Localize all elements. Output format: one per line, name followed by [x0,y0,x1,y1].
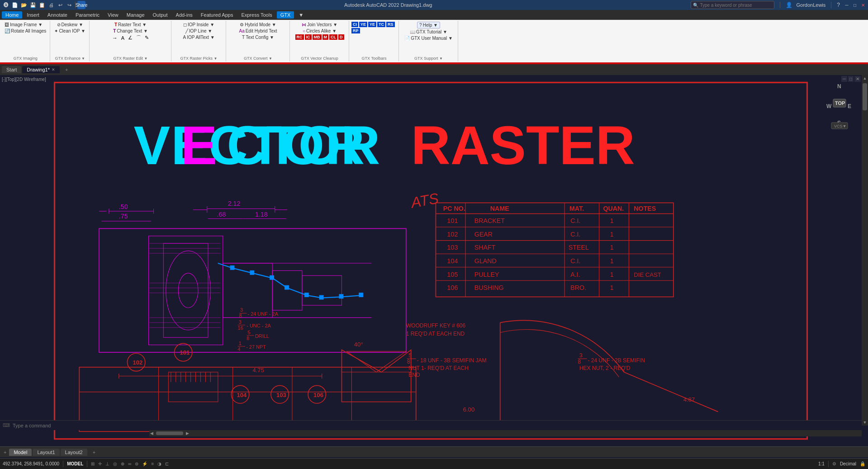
save-button[interactable]: 💾 [29,1,37,9]
raster-text-button[interactable]: T Raster Text ▼ [113,22,148,28]
transparency-toggle[interactable]: ◑ [157,461,161,466]
layout-new[interactable]: + [2,449,8,456]
tab-new[interactable]: + [61,66,72,73]
svg-text:3: 3 [579,352,583,359]
menu-view[interactable]: View [104,11,122,19]
menu-addins[interactable]: Add-ins [172,11,196,19]
hybrid-mode-button[interactable]: ⚙ Hybrid Mode ▼ [238,22,278,28]
new-button[interactable]: 📄 [11,1,19,9]
menu-gtx[interactable]: GTX [277,11,294,19]
ye-btn1[interactable]: YE [359,22,367,27]
join-vectors-button[interactable]: ⋈ Join Vectors ▼ [300,22,339,28]
workspace-settings[interactable]: ⚙ [832,461,836,466]
eraser-icon[interactable]: ✎ [145,35,149,41]
svg-text:NOTES: NOTES [634,205,656,212]
viewport-close[interactable]: ✕ [854,76,861,82]
layout-tab-layout2[interactable]: Layout2 [61,449,87,456]
vscroll-down[interactable]: ▼ [862,419,868,426]
iop-alltext-button[interactable]: A IOP AllText ▼ [181,34,216,40]
gtx-tutorial-button[interactable]: 📖 GTX Tutorial ▼ [408,29,449,35]
deskew-button[interactable]: ⊘ Deskew ▼ [55,22,85,28]
gtx-user-manual-button[interactable]: 📄 GTX User Manual ▼ [403,35,455,41]
viewport-maximize[interactable]: □ [848,76,854,82]
redo-button[interactable]: ↪ [65,1,73,9]
hscroll-thumb[interactable] [156,431,183,435]
m-btn[interactable]: M [323,34,329,40]
status-lock-icon[interactable]: 🔒 [860,461,865,466]
cl-btn[interactable]: CL [329,34,337,40]
menu-featured-apps[interactable]: Featured Apps [197,11,237,19]
iop-inside-button[interactable]: ◻ IOP Inside ▼ [181,22,216,28]
rp-btn[interactable]: RP [351,28,360,33]
maximize-button[interactable]: □ [852,2,858,8]
gtx-support-title: GTX Support ▼ [414,55,443,61]
svg-text:DIE CAST: DIE CAST [634,271,661,278]
viewport-minimize[interactable]: ─ [841,76,847,82]
menu-parametric[interactable]: Parametric [72,11,103,19]
ortho-toggle[interactable]: ⊥ [105,461,109,466]
tab-start[interactable]: Start [2,66,21,73]
polar-toggle[interactable]: ◎ [113,461,117,466]
tc-btn[interactable]: TC [377,22,385,27]
share-button[interactable]: Share [77,1,85,9]
save-as-button[interactable]: 📋 [38,1,46,9]
hscroll-right[interactable]: ▶ [185,431,190,436]
menu-dropdown[interactable]: ▼ [295,11,307,19]
otrack-toggle[interactable]: ∞ [128,461,131,466]
minimize-button[interactable]: ─ [844,2,850,8]
menu-express-tools[interactable]: Express Tools [237,11,275,19]
selection-cycling[interactable]: ⊏ [165,461,169,466]
annotation-scale[interactable]: 1:1 [818,461,825,466]
snap-toggle[interactable]: ✛ [98,461,102,466]
menu-annotate[interactable]: Annotate [44,11,71,19]
menu-insert[interactable]: Insert [23,11,43,19]
app-menu-button[interactable]: 🅐 [2,1,10,9]
svg-text:MAT.: MAT. [569,205,584,212]
image-frame-button[interactable]: 🖼 Image Frame ▼ [3,22,44,28]
menu-manage[interactable]: Manage [123,11,148,19]
arrow-btn[interactable]: → [112,35,118,41]
undo-button[interactable]: ↩ [56,1,64,9]
tab-close-icon[interactable]: ✕ [52,67,55,72]
rotate-all-images-button[interactable]: 🔄 Rotate All Images [3,28,48,34]
ye-btn2[interactable]: YE [368,22,376,27]
help-button[interactable]: ? Help ▼ [417,22,440,28]
grid-toggle[interactable]: ⊞ [91,461,95,466]
gtx-imaging-content: 🖼 Image Frame ▼ 🔄 Rotate All Images [3,22,48,55]
ducs-toggle[interactable]: ⊚ [135,461,138,466]
layout-tab-model[interactable]: Model [9,449,32,456]
layout-tab-new[interactable]: + [88,449,100,456]
circles-alike-button[interactable]: ○ Circles Alike ▼ [301,28,338,34]
menu-output[interactable]: Output [149,11,171,19]
vertical-scrollbar[interactable]: ▲ ▼ [862,75,868,426]
print-button[interactable]: 🖨 [47,1,55,9]
rs-btn[interactable]: RS [386,22,395,27]
dyn-toggle[interactable]: ⚡ [142,461,147,466]
tab-drawing1[interactable]: Drawing1* ✕ [22,66,60,73]
command-input[interactable] [13,423,859,428]
coords-display: 492.3794, 258.9491, 0.0000 [3,461,59,466]
open-button[interactable]: 📂 [20,1,28,9]
ic-btn[interactable]: IC [305,34,312,40]
ci-btn[interactable]: CI [351,22,358,27]
vscroll-up[interactable]: ▲ [862,75,868,81]
hscroll-left[interactable]: ◀ [149,431,154,436]
menu-home[interactable]: Home [2,11,22,19]
layout-tab-layout1[interactable]: Layout1 [33,449,59,456]
osnap-toggle[interactable]: ⊕ [121,461,124,466]
lw-toggle[interactable]: ≡ [151,461,154,466]
vscroll-thumb[interactable] [863,83,867,110]
help-icon[interactable]: ? [837,2,840,8]
mb-btn[interactable]: MB [313,34,322,40]
d-btn[interactable]: D [338,34,344,40]
change-text-button[interactable]: T Change Text ▼ [111,28,150,34]
search-input[interactable] [700,3,772,8]
horizontal-scrollbar[interactable]: ◀ ▶ [149,430,862,436]
model-space-label[interactable]: MODEL [67,461,83,466]
iop-line-button[interactable]: ╱ IOP Line ▼ [184,28,214,34]
close-button[interactable]: ✕ [860,2,866,8]
rc-btn[interactable]: RC [295,34,304,40]
text-config-button[interactable]: T Text Config ▼ [240,34,276,40]
clean-iop-button[interactable]: ✦ Clean IOP ▼ [52,28,87,34]
edit-hybrid-text-button[interactable]: Aa Edit Hybrid Text [237,28,279,34]
